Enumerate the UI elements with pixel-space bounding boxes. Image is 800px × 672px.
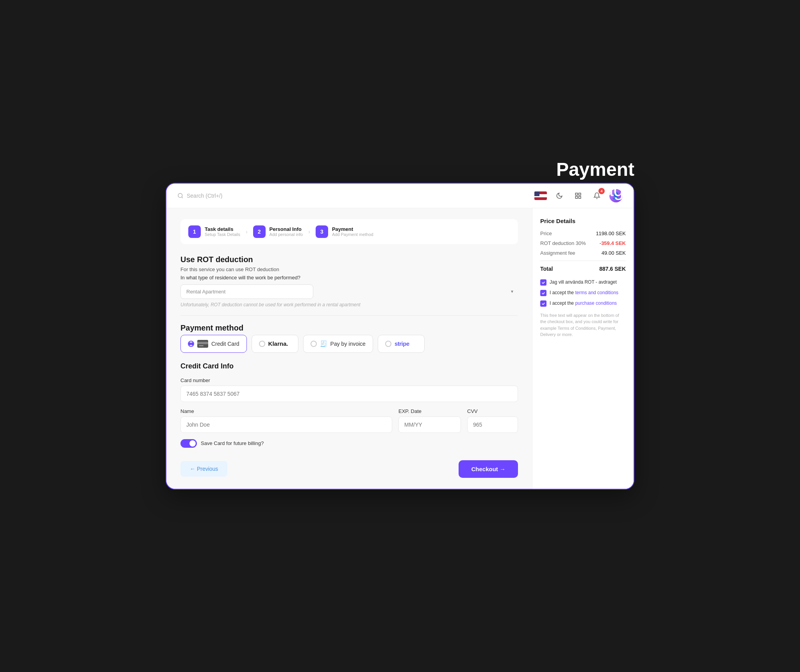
svg-rect-7 [199,345,204,346]
payment-option-klarna[interactable]: Klarna. [252,335,298,353]
card-details-row: Name EXP. Date CVV [180,408,518,439]
klarna-radio [259,341,265,347]
exp-group: EXP. Date [398,408,461,433]
klarna-label: Klarna. [268,340,288,347]
checkbox-terms-box [540,290,546,296]
stepper: 1 Task details Setup Task Details › 2 Pe… [180,219,518,244]
rot-question: In what type of residence will the work … [180,275,518,281]
checkbox-terms-label: I accept the terms and conditions [550,290,618,296]
cvv-input[interactable] [467,416,518,433]
save-card-row: Save Card for future billing? [180,439,518,448]
rot-desc: For this service you can use ROT deducti… [180,266,518,272]
checkout-button[interactable]: Checkout → [459,460,518,478]
checkbox-purchase-row[interactable]: I accept the purchase conditions [540,300,626,307]
checkbox-rot-box [540,279,546,286]
step-3: 3 Payment Add Payment method [316,225,373,238]
section-divider [180,315,518,316]
total-row: Total 887.6 SEK [540,266,626,272]
step-arrow-1: › [246,229,248,235]
price-divider [540,261,626,261]
main-content: 1 Task details Setup Task Details › 2 Pe… [166,208,634,489]
invoice-label: Pay by invoice [330,341,366,347]
step-1-number: 1 [188,225,201,238]
theme-toggle-icon[interactable] [553,189,566,202]
step-2-number: 2 [253,225,266,238]
main-card: Search (Ctrl+/) [166,183,634,490]
checkbox-terms-row[interactable]: I accept the terms and conditions [540,290,626,296]
rot-title: Use ROT deduction [180,255,518,264]
price-label: Price [540,231,552,236]
step-1-text: Task details Setup Task Details [205,226,240,237]
step-arrow-2: › [308,229,310,235]
step-2-subtitle: Add personal info [270,232,303,237]
page-title-bold: Payment [556,159,634,180]
payment-option-credit-card[interactable]: Credit Card [180,335,247,353]
button-row: ← Previous Checkout → [180,459,518,478]
cvv-label: CVV [467,408,518,414]
total-label: Total [540,266,553,272]
rot-deduction-row: ROT deduction 30% -359.4 SEK [540,240,626,246]
stripe-radio [385,341,391,347]
credit-card-radio [188,341,194,347]
rot-value: -359.4 SEK [600,240,626,246]
checkout-label: Checkout → [471,466,505,472]
payment-option-invoice[interactable]: 🧾 Pay by invoice [303,335,373,353]
step-2: 2 Personal Info Add personal info [253,225,303,238]
checkbox-rot-label: Jag vill använda ROT - avdraget [550,279,617,286]
checkbox-purchase-box [540,300,546,307]
name-input[interactable] [180,416,392,433]
notification-bell-icon[interactable]: 4 [591,189,603,202]
save-card-toggle[interactable] [180,439,197,448]
svg-rect-4 [579,196,581,198]
svg-rect-1 [575,193,577,195]
svg-rect-6 [197,342,208,344]
card-number-group: Card number [180,377,518,402]
svg-point-0 [178,193,182,198]
search-bar[interactable]: Search (Ctrl+/) [177,193,222,199]
form-section: 1 Task details Setup Task Details › 2 Pe… [166,208,532,489]
previous-button[interactable]: ← Previous [180,461,227,477]
step-2-title: Personal Info [270,226,303,232]
name-label: Name [180,408,392,414]
save-card-label: Save Card for future billing? [201,440,264,446]
name-group: Name [180,408,392,433]
fee-row: Assignment fee 49.00 SEK [540,250,626,256]
credit-card-icon [197,340,208,348]
fee-value: 49.00 SEK [602,250,626,256]
total-value: 887.6 SEK [599,266,626,272]
step-1-title: Task details [205,226,240,232]
residence-select-wrapper: Rental Apartment ▾ [180,284,518,299]
step-1-subtitle: Setup Task Details [205,232,240,237]
exp-label: EXP. Date [398,408,461,414]
price-value: 1198.00 SEK [596,231,626,236]
cvv-group: CVV [467,408,518,433]
sidebar-title: Price Details [540,218,626,224]
payment-option-stripe[interactable]: stripe [378,335,425,353]
notification-count: 4 [598,188,605,194]
price-sidebar: Price Details Price 1198.00 SEK ROT dedu… [532,208,634,489]
card-number-input[interactable] [180,386,518,402]
credit-card-label: Credit Card [211,341,239,347]
purchase-conditions-link[interactable]: purchase conditions [575,300,617,306]
invoice-icon: 🧾 [320,340,327,347]
sidebar-footer-text: This free text will appear on the bottom… [540,312,626,338]
search-icon [177,193,184,199]
step-3-title: Payment [332,226,373,232]
price-row: Price 1198.00 SEK [540,231,626,236]
residence-select[interactable]: Rental Apartment [180,284,313,299]
exp-input[interactable] [398,416,461,433]
svg-rect-3 [575,196,577,198]
language-flag-icon[interactable] [534,191,547,200]
step-2-text: Personal Info Add personal info [270,226,303,237]
step-3-text: Payment Add Payment method [332,226,373,237]
rot-warning: Unfortunately, ROT deduction cannot be u… [180,302,518,307]
select-arrow-icon: ▾ [511,289,513,294]
fee-label: Assignment fee [540,250,575,256]
step-3-number: 3 [316,225,328,238]
terms-link[interactable]: terms and conditions [575,290,618,295]
grid-icon[interactable] [572,189,584,202]
invoice-radio [311,341,317,347]
stripe-label: stripe [395,340,409,347]
card-number-label: Card number [180,377,518,383]
checkbox-rot-row[interactable]: Jag vill använda ROT - avdraget [540,279,626,286]
